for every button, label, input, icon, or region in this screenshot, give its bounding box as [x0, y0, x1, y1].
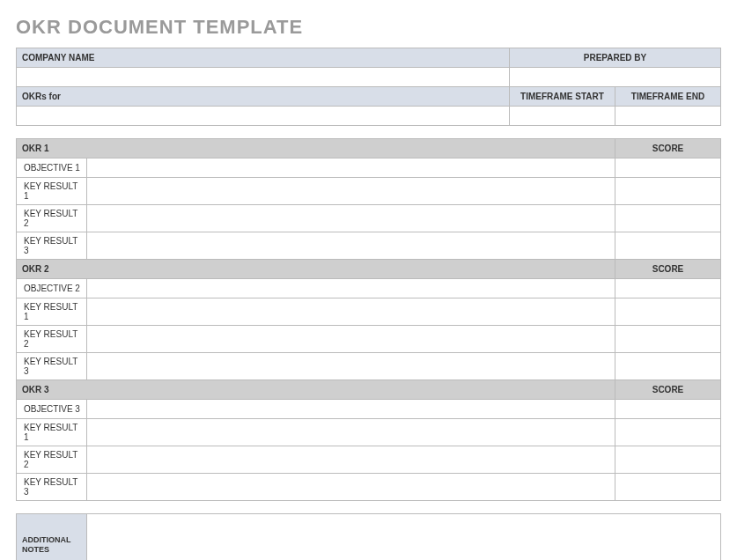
okr-row-label: KEY RESULT 1: [17, 178, 87, 205]
additional-notes-label: ADDITIONAL NOTES: [17, 514, 87, 561]
okr-row-label: OBJECTIVE 1: [17, 158, 87, 178]
okr-row-label: KEY RESULT 3: [17, 474, 87, 501]
okr-row-label: KEY RESULT 3: [17, 232, 87, 260]
info-table: COMPANY NAME PREPARED BY OKRs for TIMEFR…: [16, 48, 721, 126]
okrs-for-label: OKRs for: [17, 87, 510, 107]
okr-value-input[interactable]: [87, 178, 615, 205]
score-header: SCORE: [615, 260, 721, 279]
okr-score-input[interactable]: [615, 446, 721, 474]
okr-value-input[interactable]: [87, 298, 615, 326]
okr-header: OKR 1: [17, 139, 615, 158]
timeframe-start-label: TIMEFRAME START: [510, 87, 615, 107]
okr-row-label: KEY RESULT 2: [17, 446, 87, 474]
okr-value-input[interactable]: [87, 158, 615, 178]
okr-value-input[interactable]: [87, 326, 615, 353]
prepared-by-label: PREPARED BY: [510, 48, 721, 68]
okr-value-input[interactable]: [87, 400, 615, 419]
okr-score-input[interactable]: [615, 419, 721, 446]
okr-value-input[interactable]: [87, 353, 615, 380]
okr-value-input[interactable]: [87, 232, 615, 260]
okrs-for-input[interactable]: [17, 107, 510, 126]
page-title: OKR DOCUMENT TEMPLATE: [16, 16, 721, 39]
prepared-by-input[interactable]: [510, 68, 721, 87]
okr-row-label: KEY RESULT 3: [17, 353, 87, 380]
timeframe-end-input[interactable]: [615, 107, 721, 126]
okr-value-input[interactable]: [87, 474, 615, 501]
additional-notes-input[interactable]: [87, 514, 721, 561]
okr-score-input[interactable]: [615, 474, 721, 501]
okr-value-input[interactable]: [87, 279, 615, 298]
okr-score-input[interactable]: [615, 158, 721, 178]
okr-header: OKR 3: [17, 380, 615, 400]
okr-row-label: KEY RESULT 1: [17, 419, 87, 446]
okr-value-input[interactable]: [87, 446, 615, 474]
company-name-input[interactable]: [17, 68, 510, 87]
okr-score-input[interactable]: [615, 279, 721, 298]
score-header: SCORE: [615, 139, 721, 158]
timeframe-end-label: TIMEFRAME END: [615, 87, 721, 107]
okr-score-input[interactable]: [615, 326, 721, 353]
okr-score-input[interactable]: [615, 205, 721, 232]
okr-score-input[interactable]: [615, 400, 721, 419]
okr-score-input[interactable]: [615, 232, 721, 260]
okr-table: OKR 1SCOREOBJECTIVE 1KEY RESULT 1KEY RES…: [16, 138, 721, 501]
okr-row-label: KEY RESULT 1: [17, 298, 87, 326]
okr-value-input[interactable]: [87, 205, 615, 232]
okr-row-label: OBJECTIVE 3: [17, 400, 87, 419]
okr-value-input[interactable]: [87, 419, 615, 446]
okr-header: OKR 2: [17, 260, 615, 279]
timeframe-start-input[interactable]: [510, 107, 615, 126]
company-name-label: COMPANY NAME: [17, 48, 510, 68]
okr-score-input[interactable]: [615, 298, 721, 326]
okr-row-label: KEY RESULT 2: [17, 205, 87, 232]
score-header: SCORE: [615, 380, 721, 400]
notes-table: ADDITIONAL NOTES: [16, 513, 721, 560]
okr-score-input[interactable]: [615, 353, 721, 380]
okr-score-input[interactable]: [615, 178, 721, 205]
okr-row-label: KEY RESULT 2: [17, 326, 87, 353]
okr-row-label: OBJECTIVE 2: [17, 279, 87, 298]
